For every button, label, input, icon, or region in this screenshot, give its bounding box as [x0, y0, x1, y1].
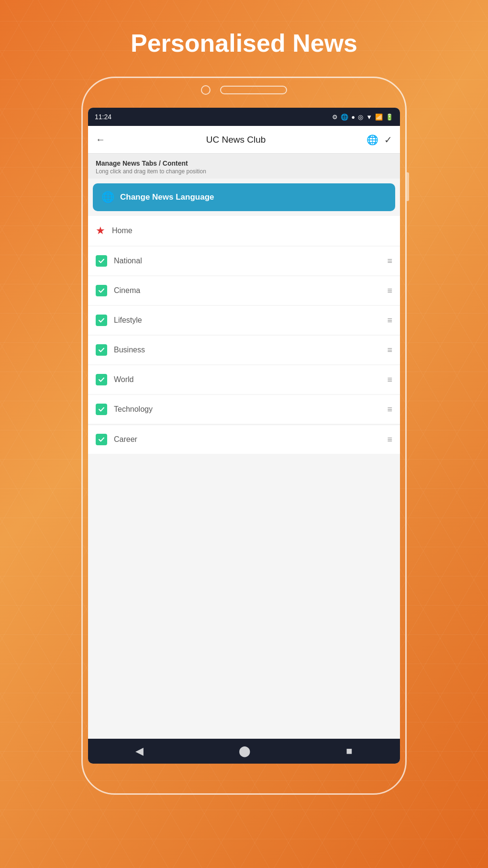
- front-camera: [201, 85, 211, 95]
- checkbox-career[interactable]: [96, 434, 107, 445]
- news-list: ★ Home National ≡: [88, 216, 400, 739]
- wifi-icon: ▼: [366, 113, 372, 121]
- drag-handle-national[interactable]: ≡: [387, 256, 392, 266]
- item-label-cinema: Cinema: [114, 286, 380, 295]
- change-news-language-button[interactable]: 🌐 Change News Language: [93, 183, 395, 211]
- checkbox-cinema[interactable]: [96, 285, 107, 296]
- item-label-national: National: [114, 257, 380, 265]
- section-header: Manage News Tabs / Content Long click an…: [88, 154, 400, 179]
- status-icons: ⚙ 🌐 ● ◎ ▼ 📶 🔋: [332, 113, 393, 121]
- item-label-business: Business: [114, 346, 380, 354]
- speaker: [220, 86, 287, 94]
- item-label-career: Career: [114, 435, 380, 444]
- change-lang-label: Change News Language: [120, 192, 214, 202]
- drag-handle-business[interactable]: ≡: [387, 345, 392, 355]
- back-button[interactable]: ←: [96, 134, 105, 145]
- phone-screen: 11:24 ⚙ 🌐 ● ◎ ▼ 📶 🔋 ← UC News Club 🌐 ✓ M…: [88, 108, 400, 764]
- ring-status-icon: ◎: [358, 113, 363, 121]
- drag-handle-career[interactable]: ≡: [387, 435, 392, 445]
- recents-nav-button[interactable]: ■: [346, 745, 352, 757]
- phone-top-elements: [201, 85, 287, 95]
- checkbox-lifestyle[interactable]: [96, 315, 107, 326]
- item-label-technology: Technology: [114, 405, 380, 414]
- item-label-lifestyle: Lifestyle: [114, 316, 380, 325]
- app-bar: ← UC News Club 🌐 ✓: [88, 126, 400, 154]
- item-label-home: Home: [112, 226, 392, 235]
- status-time: 11:24: [95, 113, 111, 121]
- list-item-technology[interactable]: Technology ≡: [88, 395, 400, 424]
- back-nav-button[interactable]: ◀: [135, 745, 144, 757]
- list-item-world[interactable]: World ≡: [88, 365, 400, 394]
- globe-button[interactable]: 🌐: [366, 134, 378, 146]
- list-item-career[interactable]: Career ≡: [88, 425, 400, 454]
- drag-handle-cinema[interactable]: ≡: [387, 286, 392, 296]
- section-header-title: Manage News Tabs / Content: [96, 159, 392, 167]
- check-button[interactable]: ✓: [384, 134, 392, 146]
- list-item-national[interactable]: National ≡: [88, 247, 400, 275]
- section-header-subtitle: Long click and drag item to change posit…: [96, 168, 392, 175]
- globe-status-icon: 🌐: [341, 113, 348, 121]
- status-bar: 11:24 ⚙ 🌐 ● ◎ ▼ 📶 🔋: [88, 108, 400, 126]
- checkbox-technology[interactable]: [96, 404, 107, 415]
- globe-icon: 🌐: [101, 191, 114, 203]
- bottom-nav: ◀ ⬤ ■: [88, 739, 400, 764]
- side-button: [407, 172, 409, 201]
- checkbox-business[interactable]: [96, 344, 107, 356]
- checkbox-national[interactable]: [96, 255, 107, 267]
- list-item-lifestyle[interactable]: Lifestyle ≡: [88, 306, 400, 335]
- list-item-cinema[interactable]: Cinema ≡: [88, 276, 400, 305]
- list-item-business[interactable]: Business ≡: [88, 336, 400, 364]
- phone-wrapper: 11:24 ⚙ 🌐 ● ◎ ▼ 📶 🔋 ← UC News Club 🌐 ✓ M…: [81, 77, 407, 795]
- star-icon: ★: [96, 225, 105, 237]
- list-item-home[interactable]: ★ Home: [88, 216, 400, 246]
- battery-icon: 🔋: [386, 113, 393, 121]
- home-nav-button[interactable]: ⬤: [239, 745, 251, 757]
- page-title: Personalised News: [131, 29, 357, 57]
- settings-status-icon: ⚙: [332, 113, 338, 121]
- checkbox-world[interactable]: [96, 374, 107, 385]
- app-bar-title: UC News Club: [111, 135, 361, 145]
- item-label-world: World: [114, 375, 380, 384]
- circle-status-icon: ●: [351, 113, 355, 121]
- drag-handle-world[interactable]: ≡: [387, 375, 392, 385]
- signal-icon: 📶: [375, 113, 383, 121]
- drag-handle-lifestyle[interactable]: ≡: [387, 316, 392, 326]
- drag-handle-technology[interactable]: ≡: [387, 405, 392, 415]
